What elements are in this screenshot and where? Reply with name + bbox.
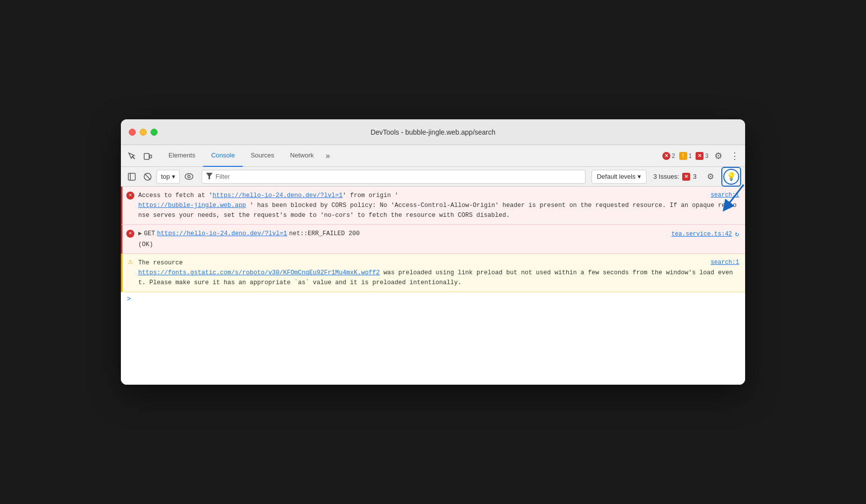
console-error-1: ✕ Access to fetch at 'https://hello-io-2… <box>121 187 745 225</box>
inspect-icon[interactable] <box>125 149 139 163</box>
close-button[interactable] <box>129 129 136 136</box>
expand-icon[interactable]: ▶ <box>138 229 142 239</box>
levels-selector[interactable]: Default levels ▾ <box>592 170 647 184</box>
warning-badge: ! 1 <box>679 152 692 160</box>
warning-1-icon: ⚠ <box>126 258 134 266</box>
error-2-message: ▶ GET https://hello-io-24.deno.dev/?lvl=… <box>138 229 739 250</box>
error-2-method: GET <box>144 229 156 239</box>
window-title: DevTools - bubble-jingle.web.app/search <box>371 128 495 136</box>
eye-icon[interactable] <box>182 170 196 184</box>
error-badge: ✕ 2 <box>662 152 675 160</box>
issues-label: 3 Issues: <box>653 173 679 180</box>
minimize-button[interactable] <box>140 129 147 136</box>
tab-list: Elements Console Sources Network » <box>161 145 662 167</box>
console-content: ✕ Access to fetch at 'https://hello-io-2… <box>121 187 745 385</box>
issues-badge-tab: ✕ 3 <box>696 152 708 160</box>
svg-line-0 <box>132 156 135 159</box>
tab-network[interactable]: Network <box>282 145 322 167</box>
error-2-get-row: ▶ GET https://hello-io-24.deno.dev/?lvl=… <box>138 229 360 239</box>
traffic-lights <box>129 129 158 136</box>
context-selector[interactable]: top ▾ <box>157 170 180 184</box>
svg-rect-3 <box>128 173 135 180</box>
warning-1-source[interactable]: search:1 <box>710 258 739 267</box>
more-button[interactable]: ⋮ <box>728 149 741 163</box>
error-1-link1[interactable]: https://hello-io-24.deno.dev/?lvl=1 <box>213 192 343 199</box>
settings-button[interactable]: ⚙ <box>712 149 724 163</box>
devtools-window: DevTools - bubble-jingle.web.app/search … <box>121 119 745 385</box>
devtools-left-icons <box>125 149 155 163</box>
tab-right-icons: ✕ 2 ! 1 ✕ 3 ⚙ ⋮ <box>662 149 741 163</box>
svg-point-8 <box>188 175 190 178</box>
lightbulb-button[interactable]: 💡 <box>723 169 739 185</box>
error-2-status: net::ERR_FAILED 200 <box>289 229 360 239</box>
error-2-icon: ✕ <box>126 230 134 238</box>
error-1-text: Access to fetch at 'https://hello-io-24.… <box>138 191 398 201</box>
tab-elements[interactable]: Elements <box>161 145 203 167</box>
tab-sources[interactable]: Sources <box>243 145 282 167</box>
refresh-icon[interactable]: ↻ <box>735 229 739 240</box>
context-label: top <box>161 173 170 180</box>
issues-badge-toolbar: 3 Issues: ✕ 3 <box>649 172 702 182</box>
filter-icon <box>206 173 213 181</box>
console-prompt: > <box>127 295 131 303</box>
levels-label: Default levels <box>597 173 636 180</box>
error-2-second-line: (OK) <box>138 240 739 250</box>
filter-input[interactable] <box>216 173 581 180</box>
issues-icon: ✕ <box>696 152 704 160</box>
warning-1-message: The resource search:1 https://fonts.gsta… <box>138 258 739 288</box>
svg-line-6 <box>145 174 151 180</box>
filter-input-container[interactable] <box>202 170 586 184</box>
svg-rect-2 <box>150 155 152 158</box>
error-1-link2-container: https://bubble-jingle.web.app <box>138 202 250 209</box>
error-1-source[interactable]: search:1 <box>710 191 739 200</box>
warning-1-text-before: The resource <box>138 258 183 268</box>
tab-more-button[interactable]: » <box>322 151 334 160</box>
console-toolbar: top ▾ Default levels ▾ 3 Issues: ✕ 3 <box>121 167 745 187</box>
tab-console[interactable]: Console <box>203 145 243 167</box>
title-bar: DevTools - bubble-jingle.web.app/search <box>121 119 745 145</box>
warning-icon: ! <box>679 152 687 160</box>
device-icon[interactable] <box>141 149 155 163</box>
no-entry-icon[interactable] <box>141 170 155 184</box>
error-2-link[interactable]: https://hello-io-24.deno.dev/?lvl=1 <box>157 229 287 239</box>
maximize-button[interactable] <box>151 129 158 136</box>
warning-1-body: https://fonts.gstatic.com/s/roboto/v30/K… <box>138 268 739 288</box>
error-icon: ✕ <box>662 152 670 160</box>
error-1-link2[interactable]: https://bubble-jingle.web.app <box>138 202 246 209</box>
error-1-icon: ✕ <box>126 192 134 200</box>
svg-point-7 <box>185 174 193 180</box>
svg-marker-9 <box>206 173 213 179</box>
console-settings-button[interactable]: ⚙ <box>704 170 717 184</box>
levels-arrow: ▾ <box>638 173 641 180</box>
console-error-2: ✕ ▶ GET https://hello-io-24.deno.dev/?lv… <box>121 225 745 254</box>
sidebar-toggle-button[interactable] <box>125 170 139 184</box>
error-2-source[interactable]: tea.service.ts:42 <box>671 230 732 239</box>
console-input-row: > <box>121 292 745 306</box>
issues-count-icon: ✕ <box>682 173 690 181</box>
lightbulb-highlight: 💡 <box>721 167 741 187</box>
svg-rect-1 <box>144 153 149 159</box>
issues-count: 3 <box>693 173 697 180</box>
error-1-message: Access to fetch at 'https://hello-io-24.… <box>138 191 739 220</box>
warning-1-link[interactable]: https://fonts.gstatic.com/s/roboto/v30/K… <box>138 269 380 276</box>
console-warning-1: ⚠ The resource search:1 https://fonts.gs… <box>121 254 745 292</box>
context-arrow: ▾ <box>172 173 175 180</box>
devtools-tab-bar: Elements Console Sources Network » ✕ 2 !… <box>121 145 745 167</box>
